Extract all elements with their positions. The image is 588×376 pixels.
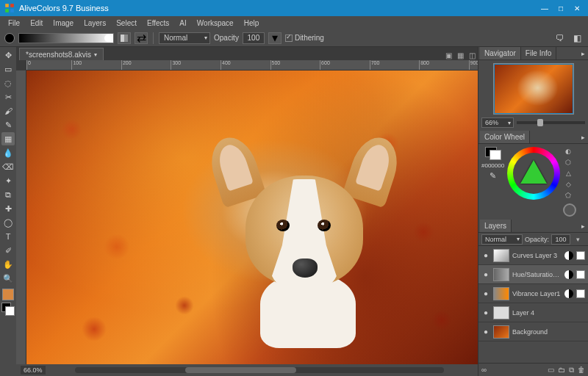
gradient-reverse-icon[interactable]: ⇄ (135, 32, 148, 44)
tab-dropdown-icon[interactable]: ▾ (94, 51, 97, 58)
colorwheel-swatches[interactable] (485, 147, 501, 160)
canvas[interactable] (26, 70, 478, 364)
menu-help[interactable]: Help (239, 19, 265, 27)
adjustment-icon[interactable] (564, 289, 573, 298)
tab-color-wheel[interactable]: Color Wheel (480, 131, 530, 143)
menu-effects[interactable]: Effects (142, 19, 174, 27)
navigator-thumbnail[interactable] (493, 63, 574, 115)
arrange-cascade-icon[interactable]: ◫ (467, 50, 477, 60)
notifications-icon[interactable]: 🗨 (553, 32, 567, 44)
crop-tool-icon[interactable]: ✂ (1, 90, 15, 104)
wand-tool-icon[interactable]: ✦ (1, 174, 15, 187)
menu-workspace[interactable]: Workspace (192, 19, 239, 27)
color-swatches[interactable] (1, 303, 15, 316)
opacity-arrow-icon[interactable]: ▾ (268, 32, 282, 44)
layer-name[interactable]: Layer 4 (512, 309, 585, 317)
menu-edit[interactable]: Edit (25, 19, 48, 27)
slider-thumb[interactable] (537, 119, 543, 126)
layer-name[interactable]: Curves Layer 3 (512, 252, 562, 259)
gradient-linear-icon[interactable] (118, 32, 131, 44)
dithering-checkbox[interactable]: Dithering (285, 34, 324, 42)
active-color-swatch[interactable] (2, 289, 14, 300)
harmony5-icon[interactable]: ⬠ (563, 191, 573, 200)
visibility-toggle-icon[interactable]: ● (481, 289, 490, 298)
clone-tool-icon[interactable]: ⧉ (1, 188, 15, 201)
zoom-tool-icon[interactable]: 🔍 (1, 272, 15, 285)
layer-row[interactable]: ● Hue/Saturation Layer2 (478, 265, 588, 284)
horizontal-ruler[interactable]: 0 100 200 300 400 500 600 700 800 900 (26, 60, 478, 70)
navigator-zoom-slider[interactable] (517, 121, 585, 124)
harmony-icon[interactable]: ◐ (563, 147, 573, 156)
selection-tool-icon[interactable]: ▭ (1, 62, 15, 76)
heal-tool-icon[interactable]: ✚ (1, 202, 15, 215)
scrollbar-thumb[interactable] (185, 367, 296, 373)
gradient-preview[interactable] (18, 33, 114, 43)
menu-select[interactable]: Select (111, 19, 142, 27)
menu-image[interactable]: Image (48, 19, 79, 27)
eyedropper-icon[interactable]: ✎ (490, 171, 496, 181)
link-layers-icon[interactable]: ∞ (481, 366, 487, 374)
eyedropper-tool-icon[interactable]: ✐ (1, 244, 15, 257)
color-wheel[interactable] (507, 147, 560, 200)
color-triangle[interactable] (520, 160, 547, 184)
layer-name[interactable]: Background (512, 328, 585, 336)
arrange-tile-icon[interactable]: ▦ (455, 50, 465, 60)
tab-navigator[interactable]: Navigator (480, 47, 521, 59)
horizontal-scrollbar[interactable] (75, 367, 444, 373)
layer-opacity-input[interactable]: 100 (551, 234, 570, 245)
new-folder-icon[interactable]: 🗀 (558, 366, 565, 374)
delete-layer-icon[interactable]: 🗑 (578, 366, 585, 374)
adjustment-icon[interactable] (564, 251, 573, 260)
harmony3-icon[interactable]: △ (563, 169, 573, 178)
menu-layers[interactable]: Layers (79, 19, 111, 27)
harmony4-icon[interactable]: ◇ (563, 180, 573, 189)
maximize-button[interactable]: □ (554, 3, 567, 13)
tab-file-info[interactable]: File Info (521, 47, 557, 59)
lasso-tool-icon[interactable]: ◌ (1, 76, 15, 90)
new-layer-icon[interactable]: ▭ (548, 366, 554, 374)
blur-tool-icon[interactable]: 💧 (1, 146, 15, 159)
opacity-input[interactable]: 100 (243, 32, 265, 44)
foreground-swatch-icon[interactable] (4, 33, 15, 43)
hand-tool-icon[interactable]: ✋ (1, 258, 15, 271)
shape-tool-icon[interactable]: ◯ (1, 216, 15, 229)
gradient-tool-icon[interactable]: ▦ (1, 132, 15, 145)
visibility-toggle-icon[interactable]: ● (481, 251, 490, 260)
layer-name[interactable]: Hue/Saturation Layer2 (512, 271, 562, 278)
layer-row[interactable]: ● Vibrance Layer1 (478, 284, 588, 303)
minimize-button[interactable]: — (538, 3, 551, 13)
workspace-settings-icon[interactable]: ◧ (570, 32, 584, 44)
visibility-toggle-icon[interactable]: ● (481, 270, 490, 279)
vertical-ruler[interactable] (16, 70, 26, 364)
layer-name[interactable]: Vibrance Layer1 (512, 290, 562, 297)
arrange-single-icon[interactable]: ▣ (443, 50, 453, 60)
layer-row[interactable]: ● Layer 4 (478, 303, 588, 322)
current-color-preview[interactable] (563, 203, 576, 217)
mask-icon[interactable] (576, 251, 585, 260)
navigator-zoom-dropdown[interactable]: 66% (481, 118, 514, 128)
adjustment-icon[interactable] (564, 270, 573, 279)
harmony2-icon[interactable]: ⬡ (563, 158, 573, 167)
mask-icon[interactable] (576, 270, 585, 279)
visibility-toggle-icon[interactable]: ● (481, 308, 490, 317)
text-tool-icon[interactable]: T (1, 230, 15, 243)
mask-icon[interactable] (576, 289, 585, 298)
close-button[interactable]: ✕ (570, 3, 584, 13)
visibility-toggle-icon[interactable]: ● (481, 328, 490, 336)
document-tab[interactable]: *screenshots8.akvis▾ (19, 48, 104, 60)
eraser-tool-icon[interactable]: ⌫ (1, 160, 15, 173)
brush-tool-icon[interactable]: 🖌 (1, 104, 15, 118)
zoom-readout[interactable]: 66.0% (21, 366, 46, 375)
color-hex-value[interactable]: #000000 (481, 162, 504, 169)
panel-menu-icon[interactable]: ▸ (578, 223, 588, 230)
panel-menu-icon[interactable]: ▸ (578, 134, 588, 141)
panel-menu-icon[interactable]: ▸ (578, 50, 588, 57)
layer-row[interactable]: ● Curves Layer 3 (478, 246, 588, 265)
opacity-dropdown-icon[interactable]: ▾ (573, 235, 583, 244)
blend-mode-dropdown[interactable]: Normal (159, 32, 210, 44)
menu-ai[interactable]: AI (174, 19, 191, 27)
pencil-tool-icon[interactable]: ✎ (1, 118, 15, 131)
menu-file[interactable]: File (3, 19, 25, 27)
tab-layers[interactable]: Layers (480, 220, 512, 232)
layer-row[interactable]: ● Background (478, 322, 588, 341)
